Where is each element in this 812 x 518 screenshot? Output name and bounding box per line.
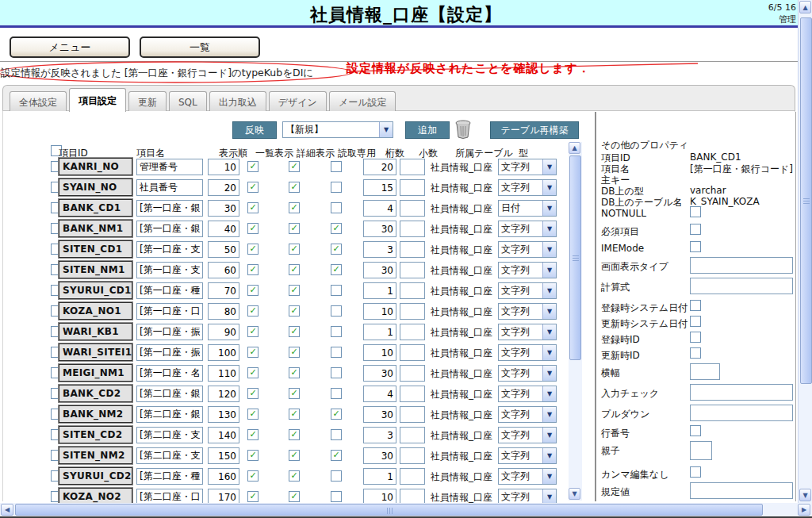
help-icon[interactable]: ?: [273, 40, 286, 54]
tab-7[interactable]: メール設定: [329, 91, 396, 112]
display-order-input[interactable]: [208, 344, 239, 361]
type-select[interactable]: 文字列▼: [498, 447, 557, 464]
type-select[interactable]: 文字列▼: [498, 386, 557, 402]
display-order-input[interactable]: [208, 427, 239, 443]
menu-button[interactable]: メニュー: [10, 36, 130, 58]
display-order-input[interactable]: [208, 303, 239, 320]
field-id-box[interactable]: KANRI_NO: [59, 158, 132, 175]
type-select[interactable]: 文字列▼: [498, 406, 557, 423]
chevron-down-icon[interactable]: ▼: [542, 283, 556, 298]
display-order-input[interactable]: [208, 179, 239, 196]
panel-input[interactable]: [690, 405, 793, 421]
display-order-input[interactable]: [208, 262, 239, 278]
chevron-down-icon[interactable]: ▼: [542, 263, 556, 278]
list-display-checkbox[interactable]: ✓: [247, 223, 259, 234]
panel-checkbox[interactable]: [690, 224, 701, 235]
field-id-box[interactable]: WARI_SITEI1: [59, 343, 132, 361]
table-vertical-scrollbar[interactable]: ▲ ▼: [569, 142, 582, 501]
detail-display-checkbox[interactable]: ✓: [289, 450, 300, 461]
field-id-box[interactable]: KOZA_NO1: [59, 302, 132, 320]
readonly-checkbox[interactable]: [331, 326, 342, 337]
page-vertical-scrollbar[interactable]: ▲ ▼: [798, 0, 812, 503]
chevron-down-icon[interactable]: ▼: [542, 469, 556, 484]
digits-input[interactable]: [363, 179, 396, 196]
digits-input[interactable]: [363, 324, 396, 340]
decimal-input[interactable]: [400, 221, 425, 237]
type-select[interactable]: 文字列▼: [498, 159, 557, 175]
detail-display-checkbox[interactable]: ✓: [289, 161, 300, 172]
digits-input[interactable]: [363, 344, 396, 361]
readonly-checkbox[interactable]: [331, 388, 342, 399]
display-order-input[interactable]: [208, 241, 239, 258]
panel-checkbox[interactable]: [690, 466, 701, 478]
readonly-checkbox[interactable]: [331, 491, 342, 502]
field-id-box[interactable]: BANK_CD2: [59, 385, 132, 402]
digits-input[interactable]: [363, 386, 396, 402]
tab-5[interactable]: 出力取込: [209, 91, 266, 112]
decimal-input[interactable]: [400, 406, 425, 423]
field-name-input[interactable]: [136, 159, 203, 175]
detail-display-checkbox[interactable]: ✓: [289, 409, 300, 420]
list-display-checkbox[interactable]: ✓: [247, 388, 259, 399]
page-horizontal-scrollbar[interactable]: ◀ ▶: [0, 503, 812, 516]
detail-display-checkbox[interactable]: ✓: [289, 429, 300, 440]
detail-display-checkbox[interactable]: ✓: [289, 285, 300, 296]
scroll-left-icon[interactable]: ◀: [1, 504, 13, 516]
list-display-checkbox[interactable]: ✓: [247, 326, 259, 337]
decimal-input[interactable]: [400, 303, 425, 320]
list-display-checkbox[interactable]: ✓: [247, 264, 259, 275]
field-id-box[interactable]: SITEN_CD2: [59, 426, 132, 443]
list-button[interactable]: 一覧: [140, 36, 260, 58]
scroll-right-icon[interactable]: ▶: [798, 504, 810, 516]
list-display-checkbox[interactable]: ✓: [247, 161, 259, 172]
chevron-down-icon[interactable]: ▼: [542, 304, 556, 319]
readonly-checkbox[interactable]: ✓: [331, 264, 342, 275]
detail-display-checkbox[interactable]: ✓: [289, 326, 300, 337]
panel-input[interactable]: [690, 441, 712, 460]
table-scrollbar-thumb[interactable]: [569, 155, 581, 360]
digits-input[interactable]: [363, 406, 396, 423]
panel-input[interactable]: [690, 257, 793, 274]
decimal-input[interactable]: [400, 324, 425, 340]
scroll-up-icon[interactable]: ▲: [569, 142, 580, 154]
readonly-checkbox[interactable]: ✓: [331, 244, 342, 255]
readonly-checkbox[interactable]: [331, 305, 342, 317]
decimal-input[interactable]: [400, 262, 425, 278]
chevron-down-icon[interactable]: ▼: [542, 180, 556, 195]
field-id-box[interactable]: SITEN_NM1: [59, 261, 132, 278]
panel-input[interactable]: [690, 363, 720, 380]
readonly-checkbox[interactable]: [331, 367, 342, 378]
display-order-input[interactable]: [208, 159, 239, 175]
add-button[interactable]: 追加: [405, 121, 450, 139]
field-name-input[interactable]: [136, 365, 203, 382]
display-order-input[interactable]: [208, 324, 239, 340]
readonly-checkbox[interactable]: [331, 161, 342, 172]
field-id-box[interactable]: WARI_KB1: [59, 323, 132, 340]
field-name-input[interactable]: [136, 427, 203, 443]
readonly-checkbox[interactable]: ✓: [331, 409, 342, 420]
digits-input[interactable]: [363, 262, 396, 278]
digits-input[interactable]: [363, 159, 396, 175]
readonly-checkbox[interactable]: [331, 285, 342, 296]
tab-4[interactable]: SQL: [169, 91, 207, 112]
panel-input[interactable]: [690, 278, 793, 294]
decimal-input[interactable]: [400, 468, 425, 485]
type-select[interactable]: 文字列▼: [498, 262, 557, 278]
scroll-down-icon[interactable]: ▼: [569, 488, 580, 500]
digits-input[interactable]: [363, 365, 396, 382]
field-name-input[interactable]: [136, 221, 203, 237]
panel-checkbox[interactable]: [690, 241, 701, 252]
type-select[interactable]: 文字列▼: [498, 241, 557, 258]
page-hscrollbar-thumb[interactable]: [15, 504, 763, 516]
decimal-input[interactable]: [400, 447, 425, 464]
field-name-input[interactable]: [136, 179, 203, 196]
chevron-down-icon[interactable]: ▼: [542, 159, 556, 175]
type-select[interactable]: 文字列▼: [498, 344, 557, 361]
field-id-box[interactable]: SITEN_CD1: [59, 240, 132, 258]
type-select[interactable]: 文字列▼: [498, 303, 557, 320]
list-display-checkbox[interactable]: ✓: [247, 305, 259, 317]
type-select[interactable]: 文字列▼: [498, 282, 557, 299]
scroll-down-icon[interactable]: ▼: [799, 489, 811, 501]
list-display-checkbox[interactable]: ✓: [247, 491, 259, 502]
field-name-input[interactable]: [136, 303, 203, 320]
